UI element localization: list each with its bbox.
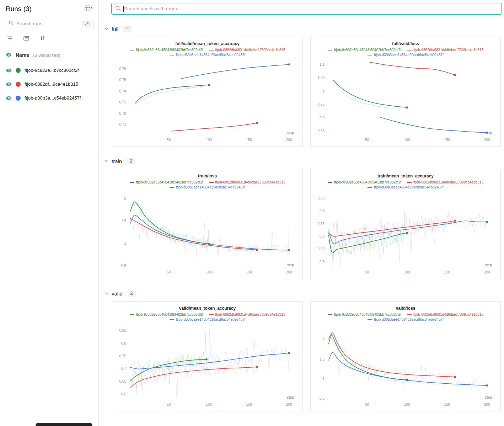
run-visibility-eye-icon[interactable]	[6, 82, 12, 86]
svg-text:1.1: 1.1	[320, 63, 325, 66]
svg-text:1.5: 1.5	[320, 357, 325, 361]
legend-entry: ftjob-9c832e53c45043f89402bb7cc802cf2f	[130, 180, 203, 184]
svg-text:100: 100	[206, 138, 212, 142]
svg-text:step: step	[287, 263, 294, 267]
legend-entry: ftjob-d30b3aee14864c29acd9ac54eb92457f	[170, 53, 246, 57]
section-count-badge: 2	[128, 290, 136, 297]
workspace-main: full 2full/valid/mean_token_accuracy ftj…	[99, 0, 504, 426]
chart-plot[interactable]: 0.60.650.70.750.80.8550100150200step	[313, 189, 498, 278]
svg-text:2: 2	[124, 197, 126, 201]
chevron-down-icon[interactable]	[105, 160, 108, 163]
legend-entry: ftjob-d30b3aee14864c29acd9ac54eb92457f	[170, 318, 246, 321]
svg-text:50: 50	[167, 270, 171, 274]
svg-text:0.8: 0.8	[121, 341, 126, 345]
svg-text:150: 150	[246, 138, 252, 142]
sidebar-header: Runs (3)	[0, 0, 98, 17]
svg-text:0.5: 0.5	[320, 396, 325, 400]
chart-plot[interactable]: 0.710.720.730.740.750.7650100150200step	[114, 57, 300, 146]
runs-search-input[interactable]	[16, 21, 80, 26]
svg-text:0.95: 0.95	[318, 102, 325, 106]
svg-text:50: 50	[365, 270, 369, 274]
filter-icon[interactable]	[7, 36, 13, 42]
chart-panel[interactable]: valid/loss ftjob-9c832e53c45043f89402bb7…	[310, 301, 501, 411]
legend-entry: ftjob-6882dfa6831d4d6dae17309ca4e1b315	[407, 48, 483, 52]
run-color-dot	[16, 68, 21, 73]
columns-icon[interactable]	[23, 36, 29, 42]
svg-text:50: 50	[365, 138, 369, 142]
chart-plot[interactable]: 0.850.90.9511.051.150100150200step	[313, 57, 498, 146]
chart-legend: ftjob-9c832e53c45043f89402bb7cc802cf2f f…	[313, 180, 498, 189]
legend-entry: ftjob-6882dfa6831d4d6dae17309ca4e1b315	[209, 48, 285, 52]
svg-text:200: 200	[286, 270, 292, 274]
svg-text:100: 100	[206, 270, 212, 274]
chart-title: valid/mean_token_accuracy	[114, 306, 300, 311]
run-name[interactable]: ftjob-d30b3a...c54eb92457f	[25, 95, 81, 101]
runs-sidebar: Runs (3) .*	[0, 0, 99, 426]
runs-table-expand-icon[interactable]	[85, 5, 93, 12]
runs-toolbar	[0, 33, 98, 47]
run-visibility-eye-icon[interactable]	[6, 68, 12, 73]
svg-text:0.8: 0.8	[320, 209, 325, 213]
chart-legend: ftjob-9c832e53c45043f89402bb7cc802cf2f f…	[114, 180, 300, 189]
run-visibility-eye-icon[interactable]	[6, 96, 12, 100]
chart-plot[interactable]: 0.511.5250100150200step	[114, 189, 300, 278]
chart-plot[interactable]: 0.511.5250100150200step	[313, 321, 498, 410]
legend-entry: ftjob-d30b3aee14864c29acd9ac54eb92457f	[368, 53, 444, 57]
runs-list-header: Name (3 visualized)	[0, 47, 98, 63]
sort-icon[interactable]	[40, 36, 45, 42]
panel-search-bar[interactable]	[111, 3, 502, 15]
legend-line-swatch	[407, 314, 412, 315]
panel-search-input[interactable]	[124, 6, 498, 11]
chart-panel[interactable]: train/loss ftjob-9c832e53c45043f89402bb7…	[112, 169, 303, 279]
section-header-train[interactable]: train 2	[105, 158, 504, 164]
run-name[interactable]: ftjob-9c832e...b7cc802cf2f	[25, 68, 79, 73]
runs-title: Runs (3)	[6, 5, 32, 13]
legend-entry: ftjob-9c832e53c45043f89402bb7cc802cf2f	[328, 313, 401, 316]
section-header-full[interactable]: full 2	[105, 26, 504, 32]
chart-panel[interactable]: train/mean_token_accuracy ftjob-9c832e53…	[310, 169, 501, 279]
svg-text:200: 200	[484, 403, 490, 406]
svg-text:0.75: 0.75	[119, 78, 127, 82]
svg-text:step: step	[287, 131, 294, 135]
svg-text:150: 150	[444, 270, 450, 274]
svg-text:0.85: 0.85	[318, 196, 325, 200]
legend-line-swatch	[328, 182, 332, 183]
legend-line-swatch	[170, 319, 174, 320]
svg-text:50: 50	[167, 138, 171, 142]
regex-toggle[interactable]: .*	[82, 21, 91, 27]
chart-legend: ftjob-9c832e53c45043f89402bb7cc802cf2f f…	[114, 313, 300, 321]
chart-panel[interactable]: valid/mean_token_accuracy ftjob-9c832e53…	[112, 301, 303, 411]
svg-text:200: 200	[286, 403, 292, 406]
legend-entry: ftjob-6882dfa6831d4d6dae17309ca4e1b315	[209, 180, 285, 184]
svg-text:0.65: 0.65	[119, 379, 127, 383]
chevron-down-icon[interactable]	[105, 292, 108, 295]
svg-text:0.85: 0.85	[119, 329, 127, 332]
chart-title: train/mean_token_accuracy	[313, 174, 498, 179]
visibility-all-eye-icon[interactable]	[6, 52, 12, 58]
legend-entry: ftjob-d30b3aee14864c29acd9ac54eb92457f	[170, 185, 246, 189]
chart-panel[interactable]: full/valid/mean_token_accuracy ftjob-9c8…	[112, 37, 303, 147]
section-name: full	[112, 26, 118, 32]
run-name[interactable]: ftjob-6882df...9ca4e1b315	[25, 81, 78, 87]
svg-text:150: 150	[246, 270, 252, 274]
legend-line-swatch	[368, 319, 372, 320]
chart-svg: 0.60.650.70.750.80.8550100150200step	[313, 189, 498, 278]
legend-entry: ftjob-9c832e53c45043f89402bb7cc802cf2f	[328, 180, 401, 184]
run-row[interactable]: ftjob-9c832e...b7cc802cf2f	[0, 63, 98, 77]
section-header-valid[interactable]: valid 2	[105, 290, 504, 297]
legend-entry: ftjob-d30b3aee14864c29acd9ac54eb92457f	[368, 318, 444, 321]
legend-entry: ftjob-9c832e53c45043f89402bb7cc802cf2f	[328, 48, 401, 52]
run-row[interactable]: ftjob-6882df...9ca4e1b315	[0, 77, 98, 91]
legend-entry: ftjob-6882dfa6831d4d6dae17309ca4e1b315	[407, 313, 483, 316]
chevron-down-icon[interactable]	[105, 28, 108, 30]
svg-text:100: 100	[404, 138, 410, 142]
run-row[interactable]: ftjob-d30b3a...c54eb92457f	[0, 91, 98, 105]
legend-entry: ftjob-6882dfa6831d4d6dae17309ca4e1b315	[407, 180, 483, 184]
svg-text:0.72: 0.72	[119, 112, 127, 116]
runs-search-box[interactable]: .*	[5, 18, 93, 29]
chart-title: full/valid/mean_token_accuracy	[114, 41, 300, 46]
chart-panel[interactable]: full/valid/loss ftjob-9c832e53c45043f894…	[310, 37, 501, 147]
svg-text:1: 1	[124, 241, 126, 245]
legend-line-swatch	[407, 50, 412, 50]
chart-plot[interactable]: 0.60.650.70.750.80.8550100150200step	[114, 321, 300, 410]
